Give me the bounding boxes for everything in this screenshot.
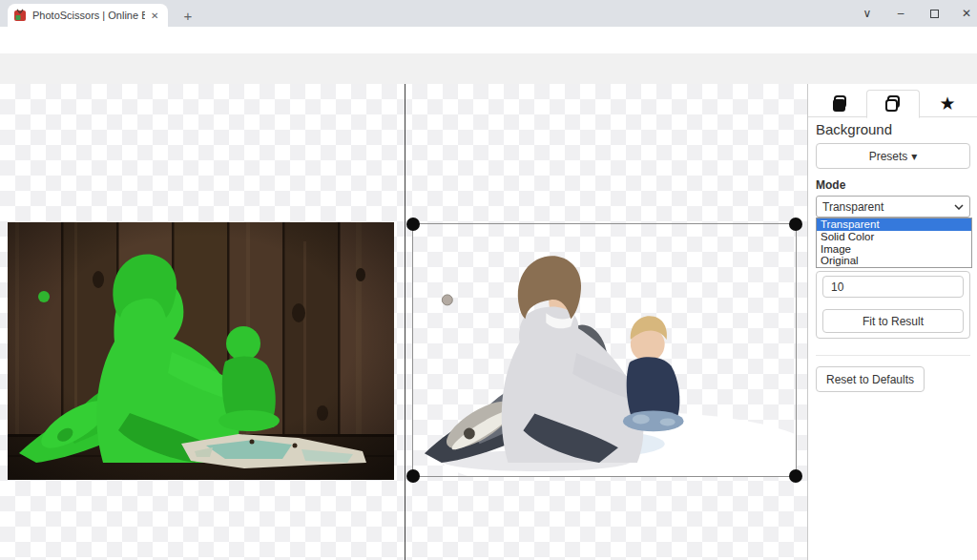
selection-handle-top-left[interactable] <box>406 218 420 231</box>
editor-canvas[interactable] <box>0 84 807 560</box>
new-tab-button[interactable]: + <box>177 5 198 26</box>
star-icon: ★ <box>939 94 955 113</box>
app-window: PhotoScissors | Online Backgrou ✕ + ∨ – … <box>0 0 977 560</box>
panel-title: Background <box>816 121 892 137</box>
browser-tab[interactable]: PhotoScissors | Online Backgrou ✕ <box>8 4 168 27</box>
mode-option-solid-color[interactable]: Solid Color <box>817 231 971 243</box>
window-maximize-button[interactable] <box>919 0 949 27</box>
layers-filled-icon <box>830 93 851 114</box>
chevron-down-icon <box>954 204 964 210</box>
maximize-icon <box>930 10 939 18</box>
mode-option-image[interactable]: Image <box>817 243 971 256</box>
canvas-divider <box>405 84 405 560</box>
presets-button[interactable]: Presets ▾ <box>816 143 970 169</box>
mode-option-transparent[interactable]: Transparent <box>817 218 971 231</box>
tab-title: PhotoScissors | Online Backgrou <box>32 10 145 21</box>
browser-titlebar: PhotoScissors | Online Backgrou ✕ + ∨ – … <box>0 0 977 27</box>
browser-addressbar: ← → ↻ photoscissors.com/editor/709442875… <box>0 27 977 53</box>
mode-option-original[interactable]: Original <box>817 255 971 267</box>
layers-outline-icon <box>883 93 904 114</box>
tab-foreground-layers[interactable] <box>814 90 867 117</box>
window-minimize-button[interactable]: – <box>885 0 916 27</box>
offset-input[interactable] <box>822 276 964 298</box>
mode-label: Mode <box>816 178 845 192</box>
tab-background[interactable] <box>866 90 920 118</box>
mode-select-value: Transparent <box>822 200 883 214</box>
reset-to-defaults-button[interactable]: Reset to Defaults <box>816 366 925 392</box>
panel-tabs: ★ <box>808 90 977 117</box>
background-panel: ★ Background Presets ▾ Mode Transparent … <box>807 84 977 560</box>
selection-handle-bottom-right[interactable] <box>789 469 802 483</box>
mode-select[interactable]: Transparent <box>816 196 970 218</box>
tab-close-icon[interactable]: ✕ <box>151 10 158 21</box>
fit-to-result-button[interactable]: Fit to Result <box>822 309 964 333</box>
result-size-group: Fit to Result <box>816 271 970 339</box>
result-image <box>413 224 796 476</box>
mode-dropdown-list: Transparent Solid Color Image Original <box>816 218 972 268</box>
source-image[interactable] <box>8 222 394 480</box>
favicon <box>13 9 27 22</box>
selection-handle-bottom-left[interactable] <box>406 469 420 483</box>
caret-down-icon: ▾ <box>911 150 917 163</box>
tab-effects[interactable]: ★ <box>921 90 974 117</box>
window-close-button[interactable]: ✕ <box>951 0 977 27</box>
tab-search-icon[interactable]: ∨ <box>852 0 883 27</box>
selection-handle-top-right[interactable] <box>789 218 802 231</box>
result-selection-box[interactable] <box>412 223 797 477</box>
presets-label: Presets <box>869 150 908 163</box>
panel-divider <box>816 355 970 356</box>
editor-toolbar: 1:1 ✕ <box>0 53 977 84</box>
